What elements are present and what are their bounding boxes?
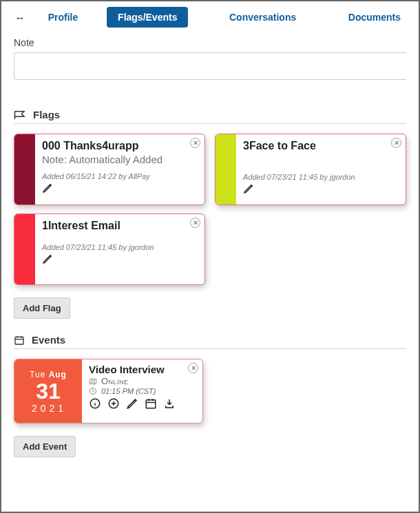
event-day: 31 <box>36 380 61 402</box>
flag-title: 1Interest Email <box>42 220 187 232</box>
edit-icon[interactable] <box>243 183 254 194</box>
calendar-icon <box>14 335 25 346</box>
flag-subtitle: Note: Automatically Added <box>42 154 187 165</box>
flag-title: 000 Thanks4urapp <box>42 140 187 152</box>
tab-flags-events[interactable]: Flags/Events <box>107 7 188 28</box>
expand-icon[interactable]: ↔ <box>12 12 26 23</box>
tabs-bar: ↔ Profile Flags/Events Conversations Doc… <box>1 1 419 32</box>
edit-icon[interactable] <box>126 397 138 410</box>
events-section-title: Events <box>32 334 65 346</box>
close-icon[interactable]: ✕ <box>190 218 200 228</box>
event-title: Video Interview <box>89 364 186 375</box>
flag-meta: Added 07/23/21 11:45 by jgordon <box>42 243 187 251</box>
flags-grid: 000 Thanks4urapp Note: Automatically Add… <box>14 134 406 285</box>
svg-rect-0 <box>15 337 23 344</box>
flag-meta: Added 06/15/21 14:22 by AllPay <box>42 172 187 180</box>
event-location: Online <box>101 376 129 386</box>
close-icon[interactable]: ✕ <box>391 138 401 148</box>
tab-conversations[interactable]: Conversations <box>218 7 307 28</box>
flag-color-bar <box>14 134 35 205</box>
event-time: 01:15 PM (CST) <box>101 387 156 395</box>
info-icon[interactable] <box>89 397 101 410</box>
flag-color-bar <box>216 134 236 205</box>
event-date-block: Tue Aug 31 2021 <box>14 359 82 423</box>
add-icon[interactable] <box>107 397 120 410</box>
svg-rect-4 <box>146 400 156 408</box>
add-event-button[interactable]: Add Event <box>14 436 76 457</box>
edit-icon[interactable] <box>42 182 53 193</box>
tab-profile[interactable]: Profile <box>37 7 90 28</box>
add-flag-button[interactable]: Add Flag <box>14 297 70 319</box>
note-input[interactable] <box>14 52 406 80</box>
close-icon[interactable]: ✕ <box>188 363 198 373</box>
flags-section-title: Flags <box>33 109 60 121</box>
event-dow: Tue <box>30 370 45 379</box>
note-label: Note <box>14 37 406 48</box>
map-icon <box>89 377 97 386</box>
event-month: Aug <box>49 370 67 379</box>
tab-documents[interactable]: Documents <box>337 7 412 28</box>
event-card: Tue Aug 31 2021 Video Interview Online <box>14 359 203 423</box>
flag-card: 000 Thanks4urapp Note: Automatically Add… <box>14 134 205 205</box>
flag-title: 3Face to Face <box>243 140 388 152</box>
flag-color-bar <box>14 214 35 284</box>
edit-icon[interactable] <box>42 253 53 264</box>
flag-card: 1Interest Email Added 07/23/21 11:45 by … <box>14 213 205 285</box>
calendar-icon[interactable] <box>145 397 157 410</box>
flag-card: 3Face to Face Added 07/23/21 11:45 by jg… <box>215 134 406 205</box>
download-icon[interactable] <box>163 397 176 410</box>
clock-icon <box>89 387 97 395</box>
flag-meta: Added 07/23/21 11:45 by jgordon <box>243 173 388 181</box>
close-icon[interactable]: ✕ <box>190 138 200 148</box>
event-year: 2021 <box>32 403 67 414</box>
flag-icon <box>14 110 26 120</box>
